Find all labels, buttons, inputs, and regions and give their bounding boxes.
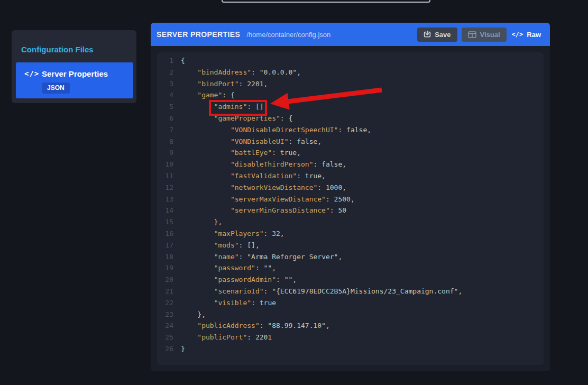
sidebar-item-label: Server Properties: [42, 69, 108, 78]
line-number: 13: [157, 194, 173, 205]
code-line: 9 "battlEye": true,: [157, 147, 544, 159]
code-lines: 1{2 "bindAddress": "0.0.0.0",3 "bindPort…: [157, 55, 544, 355]
table-icon: [468, 31, 476, 38]
line-number: 2: [157, 67, 173, 78]
code-line: 4 "game": {: [157, 89, 544, 101]
code-line: 18 "name": "Arma Reforger Server",: [157, 251, 544, 263]
code-text: "publicAddress": "88.99.147.10",: [173, 320, 330, 332]
line-number: 21: [157, 286, 173, 297]
code-line: 16 "maxPlayers": 32,: [157, 228, 544, 240]
line-number: 20: [157, 274, 173, 286]
line-number: 12: [157, 182, 173, 194]
code-text: "publicPort": 2201: [173, 332, 272, 343]
line-number: 16: [157, 228, 173, 240]
save-button-label: Save: [435, 31, 451, 39]
code-line: 3 "bindPort": 2201,: [157, 78, 544, 90]
line-number: 22: [157, 297, 173, 309]
code-text: }: [173, 343, 185, 355]
code-line: 26}: [157, 343, 544, 355]
code-text: "fastValidation": true,: [173, 170, 326, 182]
sidebar-item-server-properties[interactable]: </> Server Properties JSON: [16, 62, 133, 98]
code-text: "VONDisableDirectSpeechUI": false,: [173, 124, 371, 136]
raw-button[interactable]: </> Raw: [510, 28, 543, 42]
code-text: "serverMaxViewDistance": 2500,: [173, 194, 355, 205]
visual-button-label: Visual: [480, 31, 500, 39]
code-line: 14 "serverMinGrassDistance": 50: [157, 205, 544, 216]
code-line: 10 "disableThirdPerson": false,: [157, 159, 544, 170]
code-line: 23 },: [157, 309, 544, 320]
line-number: 25: [157, 332, 173, 343]
save-button[interactable]: Save: [417, 28, 457, 42]
line-number: 19: [157, 262, 173, 274]
editor-title: SERVER PROPERTIES: [157, 30, 240, 39]
code-text: "serverMinGrassDistance": 50: [173, 205, 346, 216]
code-text: "password": "",: [173, 262, 276, 274]
code-text: "maxPlayers": 32,: [173, 228, 284, 240]
visual-button[interactable]: Visual: [462, 28, 507, 42]
code-line: 6 "gameProperties": {: [157, 113, 544, 124]
line-number: 7: [157, 124, 173, 136]
line-number: 10: [157, 159, 173, 170]
code-text: "bindPort": 2201,: [173, 78, 268, 90]
code-text: },: [173, 309, 206, 320]
code-line: 20 "passwordAdmin": "",: [157, 274, 544, 286]
code-line: 12 "networkViewDistance": 1000,: [157, 182, 544, 194]
line-number: 3: [157, 78, 173, 90]
line-number: 23: [157, 309, 173, 320]
code-line: 21 "scenarioId": "{ECC61978EDCC2B5A}Miss…: [157, 286, 544, 297]
code-line: 1{: [157, 55, 544, 67]
file-path: /home/container/config.json: [246, 31, 330, 39]
code-text: },: [173, 216, 222, 228]
raw-button-label: Raw: [527, 31, 541, 39]
line-number: 6: [157, 113, 173, 124]
cropped-top-box: [222, 0, 430, 3]
line-number: 18: [157, 251, 173, 263]
code-text: "scenarioId": "{ECC61978EDCC2B5A}Mission…: [173, 286, 462, 297]
code-line: 22 "visible": true: [157, 297, 544, 309]
code-line: 24 "publicAddress": "88.99.147.10",: [157, 320, 544, 332]
line-number: 8: [157, 136, 173, 148]
line-number: 14: [157, 205, 173, 216]
json-code-editor[interactable]: 1{2 "bindAddress": "0.0.0.0",3 "bindPort…: [157, 52, 544, 365]
code-line: 8 "VONDisableUI": false,: [157, 136, 544, 148]
code-text: "passwordAdmin": "",: [173, 274, 297, 286]
json-badge: JSON: [42, 82, 70, 94]
line-number: 5: [157, 101, 173, 113]
editor-header: SERVER PROPERTIES /home/container/config…: [151, 23, 550, 46]
code-icon: </>: [512, 31, 523, 38]
line-number: 15: [157, 216, 173, 228]
line-number: 26: [157, 343, 173, 355]
line-number: 11: [157, 170, 173, 182]
code-line: 15 },: [157, 216, 544, 228]
line-number: 9: [157, 147, 173, 159]
code-text: "visible": true: [173, 297, 276, 309]
code-text: "mods": [],: [173, 240, 260, 251]
line-number: 1: [157, 55, 173, 67]
line-number: 17: [157, 240, 173, 251]
code-line: 25 "publicPort": 2201: [157, 332, 544, 343]
code-line: 17 "mods": [],: [157, 240, 544, 251]
code-icon: </>: [24, 69, 39, 78]
line-number: 24: [157, 320, 173, 332]
code-text: "game": {: [173, 89, 235, 101]
code-text: "disableThirdPerson": false,: [173, 159, 346, 170]
code-text: "admins": [],: [173, 101, 268, 113]
configuration-files-card: Configuration Files </> Server Propertie…: [12, 30, 136, 103]
configuration-files-heading: Configuration Files: [21, 45, 94, 54]
code-text: "bindAddress": "0.0.0.0",: [173, 67, 301, 78]
code-text: "networkViewDistance": 1000,: [173, 182, 346, 194]
code-text: "VONDisableUI": false,: [173, 136, 321, 148]
code-line: 5 "admins": [],: [157, 101, 544, 113]
code-text: {: [173, 55, 185, 67]
code-text: "battlEye": true,: [173, 147, 301, 159]
line-number: 4: [157, 89, 173, 101]
save-icon: [424, 31, 431, 38]
code-text: "name": "Arma Reforger Server",: [173, 251, 342, 263]
code-line: 7 "VONDisableDirectSpeechUI": false,: [157, 124, 544, 136]
file-editor-panel: SERVER PROPERTIES /home/container/config…: [151, 23, 550, 371]
code-text: "gameProperties": {: [173, 113, 292, 124]
editor-body: 1{2 "bindAddress": "0.0.0.0",3 "bindPort…: [151, 46, 550, 371]
code-line: 2 "bindAddress": "0.0.0.0",: [157, 67, 544, 78]
code-line: 19 "password": "",: [157, 262, 544, 274]
code-line: 13 "serverMaxViewDistance": 2500,: [157, 194, 544, 205]
